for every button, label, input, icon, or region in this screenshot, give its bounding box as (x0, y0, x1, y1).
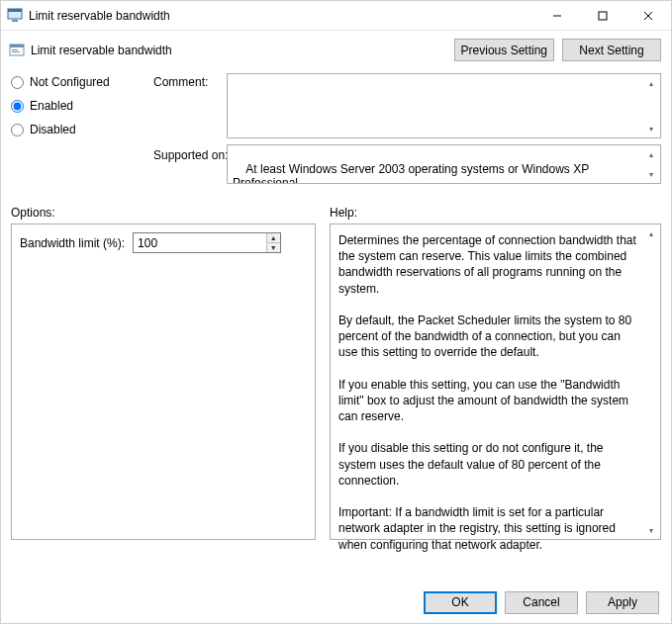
svg-rect-2 (12, 20, 18, 22)
state-radio-group: Not Configured Enabled Disabled (11, 73, 149, 136)
lower-area: Bandwidth limit (%): ▲ ▼ Determines the … (1, 223, 671, 581)
radio-enabled-label: Enabled (30, 99, 73, 113)
help-text: Determines the percentage of connection … (338, 232, 640, 553)
app-icon (7, 8, 23, 24)
options-heading: Options: (11, 206, 330, 220)
bandwidth-limit-spinner[interactable]: ▲ ▼ (133, 232, 281, 253)
ok-button[interactable]: OK (424, 591, 497, 614)
dialog-buttons: OK Cancel Apply (1, 581, 671, 623)
radio-not-configured-label: Not Configured (30, 75, 110, 89)
policy-icon (9, 43, 25, 58)
bandwidth-limit-input[interactable] (134, 233, 266, 252)
radio-enabled-input[interactable] (11, 100, 24, 113)
header-row: Limit reservable bandwidth Previous Sett… (1, 31, 671, 67)
help-scroll-up-icon[interactable]: ▴ (644, 226, 658, 240)
help-panel: Determines the percentage of connection … (330, 223, 661, 540)
radio-not-configured[interactable]: Not Configured (11, 75, 149, 89)
radio-disabled-input[interactable] (11, 124, 24, 136)
cancel-button[interactable]: Cancel (505, 591, 578, 614)
supported-scroll-down-icon[interactable]: ▾ (644, 167, 658, 181)
supported-label: Supported on: (153, 144, 223, 162)
maximize-button[interactable] (580, 1, 625, 31)
minimize-button[interactable] (534, 1, 580, 31)
options-panel: Bandwidth limit (%): ▲ ▼ (11, 223, 316, 540)
bandwidth-limit-label: Bandwidth limit (%): (20, 236, 125, 250)
supported-scroll-up-icon[interactable]: ▴ (644, 147, 658, 161)
apply-button[interactable]: Apply (586, 591, 659, 614)
next-setting-button[interactable]: Next Setting (562, 39, 661, 61)
help-scroll-down-icon[interactable]: ▾ (644, 523, 658, 537)
help-heading: Help: (330, 206, 357, 220)
lower-labels: Options: Help: (1, 200, 671, 223)
config-area: Not Configured Enabled Disabled Comment:… (1, 67, 671, 200)
comment-scroll-down-icon[interactable]: ▾ (644, 122, 658, 135)
window-title: Limit reservable bandwidth (29, 9, 534, 23)
previous-setting-button[interactable]: Previous Setting (454, 39, 554, 61)
svg-rect-8 (10, 45, 24, 47)
spinner-down-button[interactable]: ▼ (267, 243, 280, 252)
policy-title: Limit reservable bandwidth (31, 44, 172, 57)
supported-textbox: At least Windows Server 2003 operating s… (227, 144, 661, 184)
svg-rect-9 (12, 49, 18, 50)
supported-value: At least Windows Server 2003 operating s… (233, 162, 592, 184)
radio-not-configured-input[interactable] (11, 76, 24, 89)
close-button[interactable] (625, 1, 671, 31)
svg-rect-4 (599, 12, 607, 20)
comment-textbox[interactable]: ▴ ▾ (227, 73, 661, 138)
svg-rect-1 (8, 9, 22, 12)
comment-scroll-up-icon[interactable]: ▴ (644, 76, 658, 90)
radio-disabled[interactable]: Disabled (11, 123, 149, 136)
comment-label: Comment: (153, 73, 223, 89)
radio-disabled-label: Disabled (30, 123, 76, 136)
titlebar: Limit reservable bandwidth (1, 1, 671, 31)
spinner-up-button[interactable]: ▲ (267, 233, 280, 243)
bandwidth-option-row: Bandwidth limit (%): ▲ ▼ (20, 232, 307, 253)
radio-enabled[interactable]: Enabled (11, 99, 149, 113)
svg-rect-10 (12, 51, 20, 52)
